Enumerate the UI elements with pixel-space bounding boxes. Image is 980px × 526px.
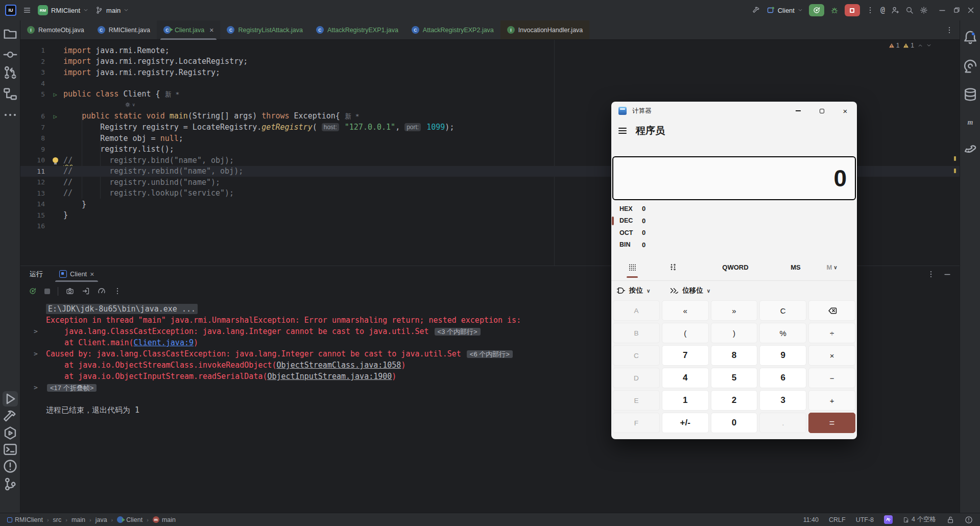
fold-arrow-icon[interactable]: >: [34, 384, 38, 391]
calc-key-hex-d[interactable]: D: [613, 368, 660, 388]
calc-key-close-paren[interactable]: ): [711, 323, 758, 343]
snapshot-camera-icon[interactable]: [66, 287, 74, 295]
settings-gear-icon[interactable]: [920, 6, 928, 14]
calc-key-hex-b[interactable]: B: [613, 323, 660, 343]
memory-menu-button[interactable]: M∨: [822, 258, 842, 276]
project-widget[interactable]: RM RMIClient: [38, 5, 88, 15]
inspections-widget[interactable]: 1 1: [889, 42, 931, 49]
rail-gradle-icon[interactable]: [963, 143, 978, 158]
rail-play-icon[interactable]: [3, 391, 18, 407]
rail-database-icon[interactable]: [963, 87, 978, 102]
calc-key-1[interactable]: 1: [662, 390, 709, 411]
bit-toggle-keypad[interactable]: [665, 258, 681, 276]
code-line-3[interactable]: 3import java.rmi.registry.Registry;: [20, 67, 960, 78]
rail-services-icon[interactable]: [3, 425, 18, 441]
calc-key-8[interactable]: 8: [711, 345, 758, 366]
run-tab-client[interactable]: Client ×: [55, 266, 98, 282]
debug-button[interactable]: [830, 6, 839, 14]
rail-pull-request-icon[interactable]: [3, 65, 18, 80]
folded-frames-badge[interactable]: <17 个折叠帧>: [47, 384, 97, 392]
calc-minimize-button[interactable]: [786, 102, 810, 120]
tab-rmiclient-java[interactable]: CRMIClient.java: [91, 20, 157, 39]
code-with-me-icon[interactable]: [891, 6, 899, 14]
calc-key-negate[interactable]: +/-: [662, 413, 709, 433]
breadcrumb-item-main[interactable]: mmain: [153, 516, 176, 523]
calc-key-4[interactable]: 4: [662, 368, 709, 388]
breadcrumb-item-rmiclient[interactable]: RMIClient: [7, 516, 43, 523]
window-close-button[interactable]: [967, 6, 975, 14]
rail-ai-chat-icon[interactable]: [963, 59, 978, 74]
calc-key-hex-e[interactable]: E: [613, 390, 660, 411]
rail-hammer-icon[interactable]: [3, 409, 18, 424]
problems-indicator-icon[interactable]: [965, 516, 973, 524]
breadcrumb-item-src[interactable]: src: [53, 516, 62, 523]
close-icon[interactable]: ×: [209, 27, 213, 34]
run-panel-options-icon[interactable]: [927, 270, 935, 278]
calc-key-5[interactable]: 5: [711, 368, 758, 388]
calc-key-clear[interactable]: C: [759, 300, 806, 321]
folded-frames-badge[interactable]: <6 个内部行>: [467, 350, 513, 358]
stacktrace-link[interactable]: Client.java:9: [134, 338, 194, 347]
calculator-title-bar[interactable]: 计算器 ×: [611, 102, 857, 120]
tab-attackregistryexp2-java[interactable]: CAttackRegistryEXP2.java: [405, 20, 500, 39]
calc-key-3[interactable]: 3: [759, 390, 806, 411]
radix-row-dec[interactable]: DEC0: [611, 215, 857, 227]
stacktrace-link[interactable]: ObjectStreamClass.java:1058: [277, 361, 401, 370]
tab-attackregistryexp1-java[interactable]: CAttackRegistryEXP1.java: [309, 20, 405, 39]
ai-assistant-icon[interactable]: @: [880, 6, 885, 15]
calc-key-left-shift[interactable]: «: [662, 300, 709, 321]
calc-key-hex-f[interactable]: F: [613, 413, 660, 433]
line-separator-widget[interactable]: CRLF: [829, 516, 846, 523]
rail-terminal-icon[interactable]: [3, 442, 18, 457]
run-configuration-selector[interactable]: Client: [767, 6, 803, 14]
tab-registrylistattack-java[interactable]: CRegistryListAttack.java: [220, 20, 309, 39]
calc-key-0[interactable]: 0: [711, 413, 758, 433]
lock-open-icon[interactable]: [946, 516, 954, 524]
calc-key-divide[interactable]: ÷: [808, 323, 855, 343]
fold-arrow-icon[interactable]: >: [34, 350, 38, 357]
calc-key-2[interactable]: 2: [711, 390, 758, 411]
fold-arrow-icon[interactable]: >: [34, 327, 38, 335]
calc-key-right-shift[interactable]: »: [711, 300, 758, 321]
radix-row-oct[interactable]: OCT0: [611, 227, 857, 239]
calc-key-open-paren[interactable]: (: [662, 323, 709, 343]
calc-key-percent[interactable]: %: [759, 323, 806, 343]
tab-invocationhandler-java[interactable]: IInvocationHandler.java: [500, 20, 589, 39]
rail-structure-icon[interactable]: [3, 86, 18, 102]
rail-bell-icon[interactable]: [963, 30, 978, 45]
calc-key-equals[interactable]: =: [808, 413, 855, 433]
memory-store-button[interactable]: MS: [780, 258, 811, 276]
rail-problems-icon[interactable]: [3, 459, 18, 474]
console-options-icon[interactable]: [113, 287, 122, 295]
rail-git-branch-icon[interactable]: [3, 476, 18, 492]
tab-client-java[interactable]: CClient.java×: [157, 20, 221, 39]
rail-commit-icon[interactable]: [3, 47, 18, 62]
error-stripe-mark[interactable]: [954, 156, 956, 161]
intention-bulb-icon[interactable]: [53, 157, 58, 163]
calc-close-button[interactable]: ×: [833, 102, 857, 120]
profiler-gauge-icon[interactable]: [98, 287, 106, 295]
calc-key-9[interactable]: 9: [759, 345, 806, 366]
radix-row-hex[interactable]: HEX0: [611, 203, 857, 215]
calc-key-add[interactable]: +: [808, 390, 855, 411]
radix-row-bin[interactable]: BIN0: [611, 239, 857, 251]
calc-key-7[interactable]: 7: [662, 345, 709, 366]
word-size-button[interactable]: QWORD: [712, 258, 758, 276]
code-line-4[interactable]: 4: [20, 78, 960, 89]
search-everywhere-icon[interactable]: [905, 6, 914, 14]
window-minimize-button[interactable]: [938, 6, 946, 14]
encoding-widget[interactable]: UTF-8: [856, 516, 874, 523]
rerun-icon[interactable]: [29, 287, 37, 295]
next-problem-icon[interactable]: [926, 43, 931, 48]
breadcrumb-item-java[interactable]: java: [95, 516, 107, 523]
calc-menu-icon[interactable]: [618, 128, 627, 134]
rail-maven-icon[interactable]: m: [963, 115, 978, 130]
code-line-1[interactable]: 1import java.rmi.Remote;: [20, 45, 960, 56]
indent-widget[interactable]: 4 个空格: [903, 515, 936, 524]
calc-key-hex-a[interactable]: A: [613, 300, 660, 321]
more-actions-icon[interactable]: [866, 6, 874, 14]
window-restore-button[interactable]: [952, 6, 961, 14]
code-line-5[interactable]: 5▷public class Client { 新 *: [20, 89, 960, 100]
tab-remoteobj-java[interactable]: IRemoteObj.java: [20, 20, 91, 39]
main-menu-icon[interactable]: [23, 6, 31, 14]
